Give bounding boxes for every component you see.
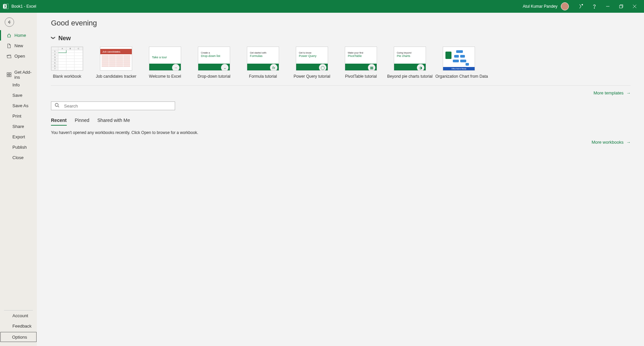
sidebar-item-export[interactable]: Export	[0, 132, 37, 142]
template-label: Beyond pie charts tutorial	[387, 74, 432, 79]
arrow-right-icon: →	[626, 140, 631, 145]
addins-icon	[6, 72, 12, 77]
thumb-band: Office Add-in Ready	[443, 67, 475, 70]
sidebar-item-label: Print	[12, 114, 21, 119]
sidebar-item-label: Share	[12, 124, 24, 129]
help-icon[interactable]	[588, 0, 601, 13]
template-label: Job candidates tracker	[96, 74, 137, 79]
tab-pinned[interactable]: Pinned	[75, 118, 90, 126]
minimize-icon[interactable]	[601, 0, 614, 13]
template-thumb: ABC 1 2 3 4 5 6 7	[51, 47, 83, 71]
sidebar-item-label: Account	[12, 313, 28, 318]
sidebar-item-print[interactable]: Print	[0, 111, 37, 121]
avatar[interactable]	[561, 2, 569, 10]
sidebar-item-label: Open	[14, 54, 25, 59]
template-thumb: Create a Drop-down list ⌄	[198, 47, 230, 71]
sidebar-item-save[interactable]: Save	[0, 90, 37, 100]
thumb-title: Power Query	[299, 54, 317, 58]
template-label: PivotTable tutorial	[345, 74, 377, 79]
template-thumb: Get to know Power Query ◯	[296, 47, 328, 71]
section-new-header[interactable]: ❯ New	[51, 35, 631, 42]
sidebar-item-label: Export	[12, 134, 25, 139]
sidebar-item-label: Publish	[12, 145, 27, 150]
thumb-subtext: Going beyond	[397, 52, 412, 54]
svg-rect-6	[620, 5, 622, 8]
template-power-query[interactable]: Get to know Power Query ◯ Power Query tu…	[296, 47, 328, 79]
pie-chart-icon: ◑	[417, 64, 424, 71]
sidebar-item-info[interactable]: Info	[0, 80, 37, 90]
template-thumb: Get started with Formulas fx	[247, 47, 279, 71]
main-content: Good evening ❯ New ABC 1 2 3 4 5	[37, 13, 644, 346]
arrow-right-icon: →	[172, 64, 179, 71]
more-templates-link[interactable]: More templates →	[51, 86, 631, 100]
template-thumb: Take a tour →	[149, 47, 181, 71]
restore-icon[interactable]	[614, 0, 628, 13]
template-pivottable[interactable]: Make your first PivotTable ▦ PivotTable …	[345, 47, 377, 79]
folder-open-icon	[6, 54, 12, 59]
link-label: More workbooks	[592, 140, 624, 145]
sidebar-item-label: Home	[14, 33, 26, 38]
sidebar-item-feedback[interactable]: Feedback	[0, 321, 37, 331]
greeting: Good evening	[51, 19, 631, 27]
thumb-subtext: Make your first	[348, 52, 363, 54]
sidebar-item-open[interactable]: Open	[0, 51, 37, 61]
svg-point-4	[594, 8, 595, 8]
template-org-chart[interactable]: Office Add-in Ready Organization Chart f…	[443, 47, 475, 79]
pivottable-icon: ▦	[368, 64, 375, 71]
thumb-title: PivotTable	[348, 54, 362, 58]
back-button[interactable]	[5, 17, 14, 27]
sidebar-item-new[interactable]: New	[0, 41, 37, 51]
chevron-down-icon: ❯	[51, 36, 56, 41]
template-job-candidates[interactable]: Job candidates Job candidates tracker	[100, 47, 132, 79]
title-bar: X Book1 - Excel Atul Kumar Pandey	[0, 0, 644, 13]
thumb-subtext: Get to know	[299, 52, 311, 54]
template-dropdown[interactable]: Create a Drop-down list ⌄ Drop-down tuto…	[198, 47, 230, 79]
sidebar-item-options[interactable]: Options	[0, 332, 37, 342]
arrow-right-icon: →	[626, 90, 631, 95]
workbook-tabs: Recent Pinned Shared with Me	[51, 118, 631, 126]
close-icon[interactable]	[628, 0, 641, 13]
template-label: Welcome to Excel	[149, 74, 181, 79]
tab-recent[interactable]: Recent	[51, 118, 67, 126]
template-label: Power Query tutorial	[293, 74, 330, 79]
svg-line-14	[58, 106, 59, 107]
template-label: Formula tutorial	[249, 74, 277, 79]
tab-shared[interactable]: Shared with Me	[97, 118, 130, 126]
template-label: Organization Chart from Data	[435, 74, 482, 79]
coming-soon-icon[interactable]	[574, 0, 588, 13]
template-gallery: ABC 1 2 3 4 5 6 7 Blank workbook	[51, 47, 631, 79]
backstage-sidebar: Home New Open Get Add-ins Info Save Save…	[0, 13, 37, 346]
thumb-title: Job candidates	[100, 49, 132, 54]
search-input[interactable]	[64, 103, 171, 109]
link-label: More templates	[593, 90, 624, 95]
template-blank-workbook[interactable]: ABC 1 2 3 4 5 6 7 Blank workbook	[51, 47, 83, 79]
sidebar-item-share[interactable]: Share	[0, 121, 37, 132]
template-pie-charts[interactable]: Going beyond Pie charts ◑ Beyond pie cha…	[394, 47, 426, 79]
sidebar-item-label: Save As	[12, 103, 29, 108]
sidebar-item-addins[interactable]: Get Add-ins	[0, 69, 37, 80]
sidebar-item-label: Save	[12, 93, 22, 98]
section-title: New	[58, 35, 71, 42]
sidebar-item-account[interactable]: Account	[0, 310, 37, 321]
template-thumb: Make your first PivotTable ▦	[345, 47, 377, 71]
file-icon	[6, 44, 12, 48]
svg-rect-11	[7, 75, 9, 77]
recent-empty-message: You haven't opened any workbooks recentl…	[51, 130, 631, 135]
sidebar-item-home[interactable]: Home	[0, 30, 37, 41]
more-workbooks-link[interactable]: More workbooks →	[51, 135, 631, 149]
thumb-subtext: Get started with	[250, 52, 266, 54]
template-thumb: Going beyond Pie charts ◑	[394, 47, 426, 71]
sidebar-item-close[interactable]: Close	[0, 152, 37, 163]
template-welcome[interactable]: Take a tour → Welcome to Excel	[149, 47, 181, 79]
search-box[interactable]	[51, 101, 175, 110]
thumb-title: Pie charts	[397, 54, 410, 58]
user-name[interactable]: Atul Kumar Pandey	[523, 4, 557, 9]
template-label: Blank workbook	[53, 74, 82, 79]
window-title: Book1 - Excel	[11, 4, 36, 9]
template-formula[interactable]: Get started with Formulas fx Formula tut…	[247, 47, 279, 79]
thumb-subtext: Create a	[201, 52, 210, 54]
sidebar-item-label: Get Add-ins	[14, 70, 37, 80]
search-icon	[55, 103, 59, 109]
sidebar-item-saveas[interactable]: Save As	[0, 100, 37, 111]
sidebar-item-publish[interactable]: Publish	[0, 142, 37, 152]
